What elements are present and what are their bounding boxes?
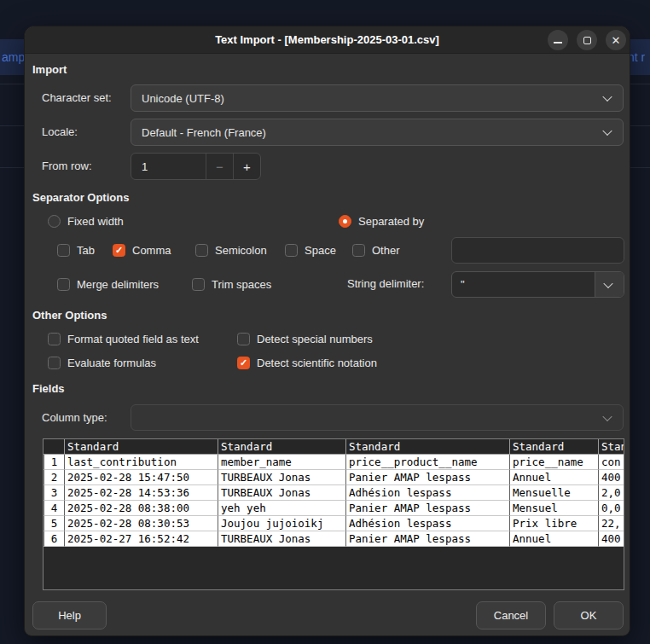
- corner-cell: [44, 439, 64, 455]
- checkbox-checked-icon: ✓: [237, 357, 250, 369]
- comma-label: Comma: [132, 244, 171, 257]
- column-type-header[interactable]: Standard: [218, 439, 345, 455]
- character-set-value: Unicode (UTF-8): [142, 92, 224, 105]
- ok-button[interactable]: OK: [554, 601, 624, 629]
- locale-value: Default - French (France): [142, 126, 266, 139]
- table-cell: Adhésion lespass: [345, 516, 509, 531]
- table-cell: 2,0: [598, 485, 624, 501]
- from-row-input[interactable]: 1: [131, 154, 206, 179]
- trim-spaces-label: Trim spaces: [212, 278, 271, 291]
- from-row-label: From row:: [42, 153, 92, 180]
- table-cell: member_name: [218, 455, 345, 470]
- string-delimiter-label: String delimiter:: [347, 277, 424, 291]
- detect-special-numbers-label: Detect special numbers: [257, 333, 373, 345]
- from-row-increment-button[interactable]: +: [233, 154, 260, 179]
- table-cell: Prix libre: [509, 516, 598, 531]
- chevron-down-icon: [602, 92, 612, 102]
- format-quoted-label: Format quoted field as text: [67, 333, 199, 345]
- other-delimiter-input[interactable]: [451, 237, 624, 264]
- other-checkbox[interactable]: Other: [352, 243, 400, 257]
- minimize-button[interactable]: [548, 30, 568, 50]
- table-cell: Panier AMAP lespass: [345, 470, 509, 485]
- string-delimiter-combobox[interactable]: ": [451, 271, 624, 298]
- space-checkbox[interactable]: Space: [285, 243, 336, 257]
- checkbox-icon: [57, 244, 70, 257]
- format-quoted-checkbox[interactable]: Format quoted field as text: [48, 332, 199, 345]
- checkbox-icon: [192, 278, 205, 291]
- table-cell: Annuel: [509, 531, 598, 547]
- table-cell: yeh yeh: [218, 501, 345, 516]
- preview-header-row: StandardStandardStandardStandardStandard: [44, 439, 624, 455]
- close-button[interactable]: ✕: [606, 30, 626, 50]
- table-cell: Joujou jujoioikj: [218, 516, 345, 531]
- column-type-label: Column type:: [42, 404, 107, 431]
- table-cell: price__product__name: [345, 455, 509, 470]
- detect-special-numbers-checkbox[interactable]: Detect special numbers: [237, 332, 373, 345]
- row-number: 4: [44, 501, 64, 516]
- table-row: 1last_contributionmember_nameprice__prod…: [44, 455, 624, 470]
- row-number: 3: [44, 485, 64, 501]
- help-button[interactable]: Help: [32, 601, 107, 629]
- separated-by-label: Separated by: [358, 215, 424, 228]
- separated-by-radio[interactable]: Separated by: [339, 214, 424, 228]
- comma-checkbox[interactable]: ✓ Comma: [113, 243, 171, 257]
- fixed-width-label: Fixed width: [67, 215, 124, 228]
- checkbox-icon: [285, 244, 298, 257]
- tab-checkbox[interactable]: Tab: [57, 243, 95, 257]
- cancel-button[interactable]: Cancel: [476, 601, 546, 629]
- table-cell: price__name: [509, 455, 598, 470]
- row-number: 1: [44, 455, 64, 470]
- table-cell: Mensuelle: [509, 485, 598, 501]
- maximize-button[interactable]: [577, 30, 597, 50]
- evaluate-formulas-checkbox[interactable]: Evaluate formulas: [48, 356, 156, 369]
- locale-label: Locale:: [42, 119, 78, 146]
- radio-icon: [48, 215, 61, 228]
- table-cell: TURBEAUX Jonas: [218, 470, 345, 485]
- import-section-heading: Import: [32, 63, 67, 76]
- string-delimiter-value[interactable]: ": [452, 272, 595, 297]
- column-type-select[interactable]: [131, 404, 624, 431]
- table-cell: 400: [598, 470, 624, 485]
- column-type-header[interactable]: Standard: [509, 439, 598, 455]
- other-options-heading: Other Options: [32, 309, 107, 322]
- from-row-decrement-button[interactable]: −: [206, 154, 233, 179]
- table-cell: TURBEAUX Jonas: [218, 531, 345, 547]
- semicolon-checkbox[interactable]: Semicolon: [195, 243, 267, 257]
- table-row: 62025-02-27 16:52:42TURBEAUX JonasPanier…: [44, 531, 624, 547]
- merge-delimiters-checkbox[interactable]: Merge delimiters: [57, 277, 159, 291]
- table-cell: 0,0: [598, 501, 624, 516]
- merge-delimiters-label: Merge delimiters: [77, 278, 159, 291]
- csv-preview-table[interactable]: StandardStandardStandardStandardStandard…: [43, 438, 624, 590]
- column-type-header[interactable]: Standard: [345, 439, 509, 455]
- table-cell: 400: [598, 531, 624, 547]
- table-cell: Adhésion lespass: [345, 485, 509, 501]
- column-type-header[interactable]: Standard: [64, 439, 218, 455]
- evaluate-formulas-label: Evaluate formulas: [67, 357, 156, 369]
- locale-select[interactable]: Default - French (France): [131, 119, 624, 146]
- string-delimiter-dropdown-button[interactable]: [595, 272, 624, 297]
- checkbox-icon: [195, 244, 208, 257]
- table-cell: 22,: [598, 516, 624, 531]
- from-row-spinner: 1 − +: [131, 153, 261, 180]
- backdrop-text-fragment-right: nt r: [628, 50, 645, 64]
- row-number: 2: [44, 470, 64, 485]
- character-set-select[interactable]: Unicode (UTF-8): [131, 84, 624, 112]
- checkbox-icon: [48, 357, 61, 369]
- detect-scientific-checkbox[interactable]: ✓ Detect scientific notation: [237, 356, 377, 369]
- checkbox-checked-icon: ✓: [113, 244, 125, 257]
- separator-options-heading: Separator Options: [32, 191, 129, 204]
- close-icon: ✕: [612, 35, 621, 46]
- checkbox-icon: [48, 333, 61, 345]
- fixed-width-radio[interactable]: Fixed width: [48, 214, 124, 228]
- titlebar[interactable]: Text Import - [Membership-2025-03-01.csv…: [25, 26, 630, 54]
- trim-spaces-checkbox[interactable]: Trim spaces: [192, 277, 271, 291]
- table-cell: 2025-02-28 08:30:53: [64, 516, 218, 531]
- fields-section-heading: Fields: [32, 382, 65, 395]
- table-cell: Annuel: [509, 470, 598, 485]
- semicolon-label: Semicolon: [215, 244, 267, 257]
- table-cell: last_contribution: [64, 455, 218, 470]
- column-type-header[interactable]: Standard: [598, 439, 624, 455]
- checkbox-icon: [237, 333, 250, 345]
- table-row: 22025-02-28 15:47:50TURBEAUX JonasPanier…: [44, 470, 624, 485]
- table-cell: 2025-02-27 16:52:42: [64, 531, 218, 547]
